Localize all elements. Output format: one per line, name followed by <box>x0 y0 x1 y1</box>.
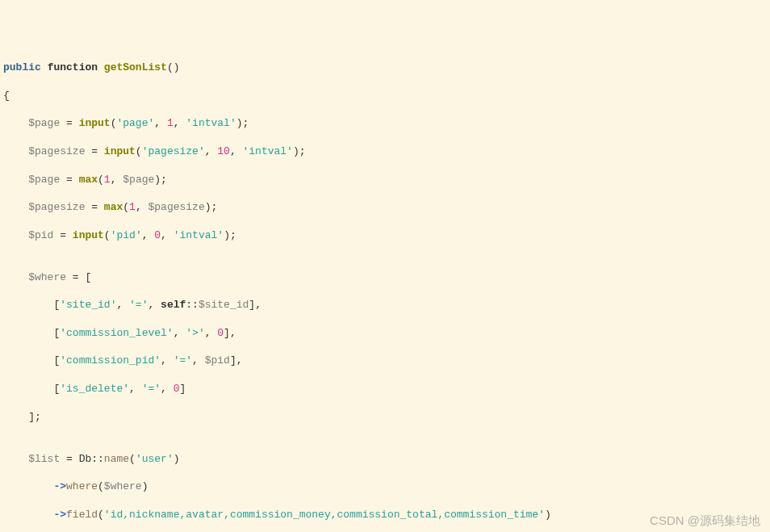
code-block: public function getSonList() { $page = i… <box>3 61 767 532</box>
class-db: Db <box>79 453 92 465</box>
var-where: $where <box>28 271 66 283</box>
brace-open: { <box>3 90 10 102</box>
watermark: CSDN @源码集结地 <box>650 513 760 527</box>
var-pagesize: $pagesize <box>28 145 85 157</box>
keyword-function: function <box>48 61 98 73</box>
parens: () <box>167 61 180 73</box>
var-list: $list <box>28 453 60 465</box>
var-pid: $pid <box>28 229 53 241</box>
keyword-public: public <box>3 61 41 73</box>
fn-input: input <box>79 117 111 129</box>
arrow: -> <box>53 480 66 492</box>
var-page: $page <box>28 117 60 129</box>
keyword-self: self <box>161 299 186 311</box>
function-name: getSonList <box>104 61 167 73</box>
fn-max: max <box>79 174 98 186</box>
